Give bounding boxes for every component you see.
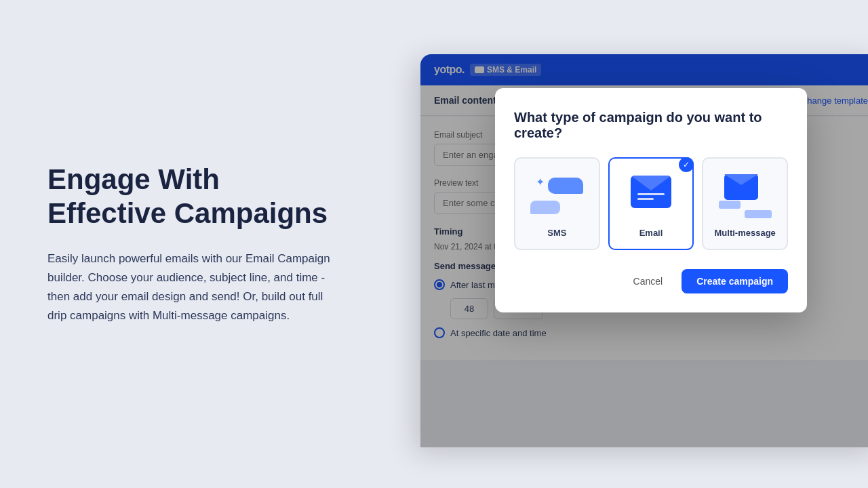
app-window: yotpo. SMS & Email Email content ∧ Email… bbox=[420, 54, 868, 447]
email-line-1 bbox=[637, 193, 665, 195]
campaign-options: ✦ SMS ✓ bbox=[514, 157, 788, 250]
sms-card-label: SMS bbox=[547, 228, 566, 238]
headline: Engage With Effective Campaigns bbox=[47, 163, 339, 231]
modal-footer: Cancel Create campaign bbox=[514, 269, 788, 293]
email-icon-graphic bbox=[631, 176, 671, 216]
multi-envelope bbox=[724, 174, 758, 200]
cancel-button[interactable]: Cancel bbox=[623, 270, 674, 292]
sms-icon-graphic: ✦ bbox=[530, 174, 583, 218]
modal-title: What type of campaign do you want to cre… bbox=[514, 110, 788, 141]
multi-icon-area bbox=[718, 172, 772, 220]
email-flap-icon bbox=[631, 176, 671, 190]
multi-message-campaign-card[interactable]: Multi-message bbox=[702, 157, 788, 250]
email-lines bbox=[637, 193, 665, 203]
sms-icon-area: ✦ bbox=[530, 172, 584, 220]
multi-message-card-label: Multi-message bbox=[715, 228, 776, 238]
modal-overlay: What type of campaign do you want to cre… bbox=[420, 54, 868, 447]
left-panel: Engage With Effective Campaigns Easily l… bbox=[0, 122, 380, 367]
email-campaign-card[interactable]: ✓ Email bbox=[608, 157, 694, 250]
email-envelope bbox=[631, 176, 671, 208]
multi-icon-graphic bbox=[719, 174, 772, 218]
multi-bar-2 bbox=[745, 210, 772, 218]
create-campaign-button[interactable]: Create campaign bbox=[682, 269, 788, 293]
sms-bubble-sub bbox=[530, 201, 560, 214]
email-icon-area bbox=[624, 172, 678, 220]
email-card-label: Email bbox=[639, 228, 663, 238]
multi-flap-icon bbox=[724, 174, 758, 185]
sms-bubble-main bbox=[548, 178, 583, 194]
email-line-2 bbox=[637, 198, 654, 200]
sms-star-icon: ✦ bbox=[536, 176, 545, 188]
sms-campaign-card[interactable]: ✦ SMS bbox=[514, 157, 600, 250]
multi-bar-1 bbox=[719, 201, 741, 209]
description-text: Easily launch powerful emails with our E… bbox=[47, 249, 339, 325]
campaign-type-modal: What type of campaign do you want to cre… bbox=[495, 88, 807, 312]
selected-check-badge: ✓ bbox=[679, 157, 694, 172]
